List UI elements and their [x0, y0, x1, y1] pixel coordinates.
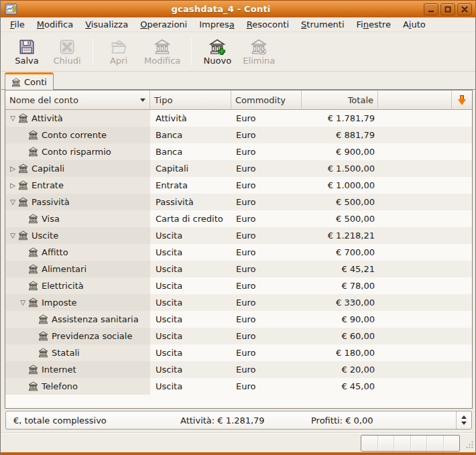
- menu-file[interactable]: File: [4, 18, 31, 31]
- column-header-empty[interactable]: [378, 90, 452, 110]
- column-header-commodity[interactable]: Commodity: [231, 90, 302, 110]
- table-row[interactable]: Assistenza sanitariaUscitaEuro€ 90,00: [5, 311, 472, 328]
- toolbar: SalvaChiudiApriModificaNuovoElimina: [1, 32, 476, 72]
- gnucash-app-icon: [5, 3, 18, 15]
- expander-open-icon[interactable]: ▽: [18, 298, 27, 308]
- menu-finestre[interactable]: Finestre: [351, 18, 397, 31]
- column-options-button[interactable]: [452, 90, 472, 110]
- account-commodity-cell: Euro: [231, 328, 302, 344]
- account-name-cell: ▷Entrate: [5, 177, 150, 194]
- close-tab-icon: [59, 38, 75, 55]
- filler-cell: [378, 311, 472, 328]
- salva-button[interactable]: Salva: [8, 36, 46, 68]
- table-row[interactable]: InternetUscitaEuro€ 20,00: [5, 361, 472, 378]
- statusbar: [1, 432, 476, 452]
- window-title: gcashdata_4 - Conti: [18, 4, 424, 14]
- account-total-cell: € 881,79: [302, 127, 378, 143]
- sort-descending-icon: [140, 99, 145, 102]
- table-row[interactable]: AlimentariUscitaEuro€ 45,21: [5, 261, 472, 277]
- table-row[interactable]: ▷CapitaliCapitaliEuro€ 1.500,00: [5, 160, 472, 177]
- table-row[interactable]: ▽UsciteUscitaEuro€ 1.218,21: [5, 227, 472, 244]
- filler-cell: [378, 194, 472, 210]
- open-account-icon: [111, 38, 127, 55]
- account-name-cell: Conto risparmio: [5, 143, 150, 160]
- account-icon: [18, 113, 28, 123]
- account-name-cell: ▷Capitali: [5, 160, 150, 177]
- summary-spinner[interactable]: [456, 411, 471, 429]
- account-type-cell: Uscita: [150, 261, 231, 277]
- spin-down-icon: [461, 421, 467, 425]
- account-commodity-cell: Euro: [231, 210, 302, 227]
- account-icon: [18, 164, 28, 174]
- save-icon: [19, 38, 35, 55]
- summary-total-label: €, totale complessivo: [13, 415, 107, 426]
- account-name: Assistenza sanitaria: [52, 314, 139, 324]
- account-type-cell: Uscita: [150, 344, 231, 361]
- table-row[interactable]: ▽PassivitàPassivitàEuro€ 500,00: [5, 194, 472, 210]
- filler-cell: [378, 378, 472, 395]
- titlebar[interactable]: gcashdata_4 - Conti: [1, 0, 475, 17]
- menu-impresa[interactable]: Impresa: [193, 18, 241, 31]
- account-type-cell: Banca: [150, 143, 231, 160]
- account-icon: [28, 130, 38, 140]
- table-row[interactable]: ▽AttivitàAttivitàEuro€ 1.781,79: [5, 110, 472, 127]
- table-row[interactable]: AffittoUscitaEuro€ 700,00: [5, 244, 472, 261]
- account-commodity-cell: Euro: [231, 143, 302, 160]
- nuovo-button[interactable]: Nuovo: [198, 36, 236, 68]
- table-row[interactable]: Conto risparmioBancaEuro€ 900,00: [5, 143, 472, 160]
- table-row[interactable]: TelefonoUscitaEuro€ 45,00: [5, 378, 472, 395]
- account-name: Previdenza sociale: [52, 331, 132, 341]
- table-row[interactable]: Previdenza socialeUscitaEuro€ 60,00: [5, 328, 472, 344]
- table-row[interactable]: StataliUscitaEuro€ 180,00: [5, 344, 472, 361]
- account-type-cell: Banca: [150, 127, 231, 143]
- account-name-cell: Alimentari: [5, 261, 150, 277]
- elimina-button: Elimina: [239, 36, 279, 68]
- menu-modifica[interactable]: Modifica: [31, 18, 79, 31]
- account-type-cell: Uscita: [150, 277, 231, 294]
- table-body: ▽AttivitàAttivitàEuro€ 1.781,79Conto cor…: [5, 110, 472, 408]
- account-type-cell: Uscita: [150, 378, 231, 395]
- resize-grip[interactable]: [464, 440, 474, 450]
- account-type-cell: Passività: [150, 194, 231, 210]
- expander-open-icon[interactable]: ▽: [8, 114, 17, 123]
- account-name: Conto risparmio: [42, 147, 111, 157]
- account-name-cell: Visa: [5, 210, 150, 227]
- tab-conti[interactable]: Conti: [5, 72, 54, 90]
- account-icon: [28, 214, 38, 224]
- accounts-tree: Nome del conto Tipo Commodity Totale ▽At…: [5, 90, 473, 409]
- new-account-icon: [209, 38, 225, 55]
- progress-segment: [394, 436, 411, 451]
- account-commodity-cell: Euro: [231, 344, 302, 361]
- expander-open-icon[interactable]: ▽: [8, 231, 17, 241]
- column-header-totale[interactable]: Totale: [302, 90, 378, 110]
- menu-strumenti[interactable]: Strumenti: [295, 18, 351, 31]
- account-commodity-cell: Euro: [231, 177, 302, 194]
- table-row[interactable]: Conto correnteBancaEuro€ 881,79: [5, 127, 472, 143]
- account-name: Internet: [42, 365, 76, 375]
- account-name: Uscite: [32, 231, 58, 241]
- account-icon: [18, 231, 28, 241]
- expander-closed-icon[interactable]: ▷: [8, 164, 17, 174]
- menu-operazioni[interactable]: Operazioni: [134, 18, 193, 31]
- table-row[interactable]: VisaCarta di creditoEuro€ 500,00: [5, 210, 472, 227]
- column-header-tipo[interactable]: Tipo: [150, 90, 231, 110]
- close-button[interactable]: [457, 3, 472, 15]
- table-row[interactable]: ElettricitàUscitaEuro€ 78,00: [5, 277, 472, 294]
- filler-cell: [378, 210, 472, 227]
- menu-aiuto[interactable]: Aiuto: [397, 18, 432, 31]
- table-row[interactable]: ▽ImposteUscitaEuro€ 330,00: [5, 294, 472, 311]
- account-total-cell: € 900,00: [302, 143, 378, 160]
- expander-closed-icon[interactable]: ▷: [8, 181, 17, 190]
- account-total-cell: € 60,00: [302, 328, 378, 344]
- account-icon: [28, 365, 38, 375]
- minimize-button[interactable]: [424, 3, 438, 15]
- column-header-nome-del-conto[interactable]: Nome del conto: [5, 90, 150, 110]
- summary-profits-label: Profitti: € 0,00: [311, 415, 373, 426]
- menu-resoconti[interactable]: Resoconti: [241, 18, 295, 31]
- maximize-button[interactable]: [440, 3, 455, 15]
- account-type-cell: Attività: [150, 110, 231, 127]
- table-row[interactable]: ▷EntrateEntrataEuro€ 1.000,00: [5, 177, 472, 194]
- menu-visualizza[interactable]: Visualizza: [79, 18, 134, 31]
- progress-segment: [361, 436, 378, 451]
- expander-open-icon[interactable]: ▽: [8, 198, 17, 207]
